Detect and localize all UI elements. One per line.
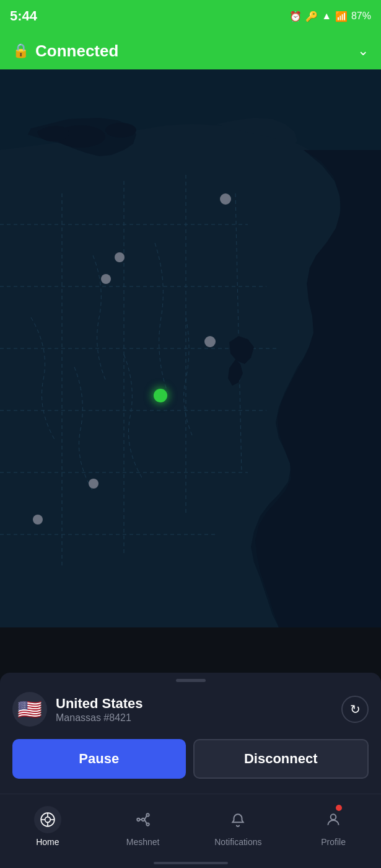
map-svg xyxy=(0,69,381,627)
server-details: United States Manassas #8421 xyxy=(56,695,143,724)
svg-point-3 xyxy=(105,123,136,138)
profile-badge xyxy=(335,804,343,812)
connected-bar[interactable]: 🔒 Connected ⌄ xyxy=(0,32,381,69)
wifi-icon: ▲ xyxy=(322,11,331,22)
map-area xyxy=(0,69,381,627)
signal-icon: 📶 xyxy=(335,11,348,22)
meshnet-icon xyxy=(129,806,157,833)
action-buttons: Pause Disconnect xyxy=(12,739,369,779)
nav-handle xyxy=(154,862,228,864)
map-dot-2 xyxy=(115,252,125,262)
map-dot-6 xyxy=(89,479,99,489)
map-dot-3 xyxy=(101,274,111,284)
map-dot-active xyxy=(154,389,167,402)
status-time: 5:44 xyxy=(10,8,37,24)
alarm-icon: ⏰ xyxy=(289,11,302,22)
nav-item-meshnet[interactable]: Meshnet xyxy=(95,806,191,847)
profile-label: Profile xyxy=(321,837,346,847)
country-flag: 🇺🇸 xyxy=(12,692,47,727)
server-country: United States xyxy=(56,695,143,713)
sheet-handle xyxy=(176,679,206,682)
lock-icon: 🔒 xyxy=(12,43,29,59)
nav-item-profile[interactable]: Profile xyxy=(286,806,381,847)
bottom-sheet: 🇺🇸 United States Manassas #8421 ↻ Pause … xyxy=(0,673,381,794)
key-icon: 🔑 xyxy=(305,11,318,22)
server-left: 🇺🇸 United States Manassas #8421 xyxy=(12,692,143,727)
server-id: Manassas #8421 xyxy=(56,712,143,724)
svg-point-27 xyxy=(331,814,336,820)
disconnect-button[interactable]: Disconnect xyxy=(193,739,369,779)
chevron-down-icon[interactable]: ⌄ xyxy=(357,43,369,59)
refresh-button[interactable]: ↻ xyxy=(341,696,369,723)
battery-text: 87% xyxy=(351,11,371,22)
pause-button[interactable]: Pause xyxy=(12,739,186,779)
notifications-icon xyxy=(224,806,252,833)
svg-line-25 xyxy=(144,816,147,820)
map-dot-7 xyxy=(33,515,43,525)
map-dot-4 xyxy=(204,336,216,347)
meshnet-label: Meshnet xyxy=(126,837,160,847)
nav-item-notifications[interactable]: Notifications xyxy=(191,806,286,847)
svg-point-15 xyxy=(45,817,51,822)
connected-status: 🔒 Connected xyxy=(12,42,118,61)
svg-point-21 xyxy=(146,813,149,816)
home-label: Home xyxy=(36,837,59,847)
svg-point-23 xyxy=(141,818,144,820)
connected-label: Connected xyxy=(35,42,118,61)
svg-point-22 xyxy=(146,823,149,825)
status-icons: ⏰ 🔑 ▲ 📶 87% xyxy=(289,11,371,22)
profile-icon xyxy=(320,806,347,833)
bottom-nav: Home Meshnet Notifications xyxy=(0,794,381,868)
svg-point-20 xyxy=(137,818,139,820)
svg-line-26 xyxy=(144,820,147,823)
status-bar: 5:44 ⏰ 🔑 ▲ 📶 87% xyxy=(0,0,381,32)
home-icon xyxy=(34,806,61,833)
server-info: 🇺🇸 United States Manassas #8421 ↻ xyxy=(12,692,369,727)
notifications-label: Notifications xyxy=(214,837,261,847)
map-dot-1 xyxy=(220,193,231,205)
nav-item-home[interactable]: Home xyxy=(0,806,95,847)
